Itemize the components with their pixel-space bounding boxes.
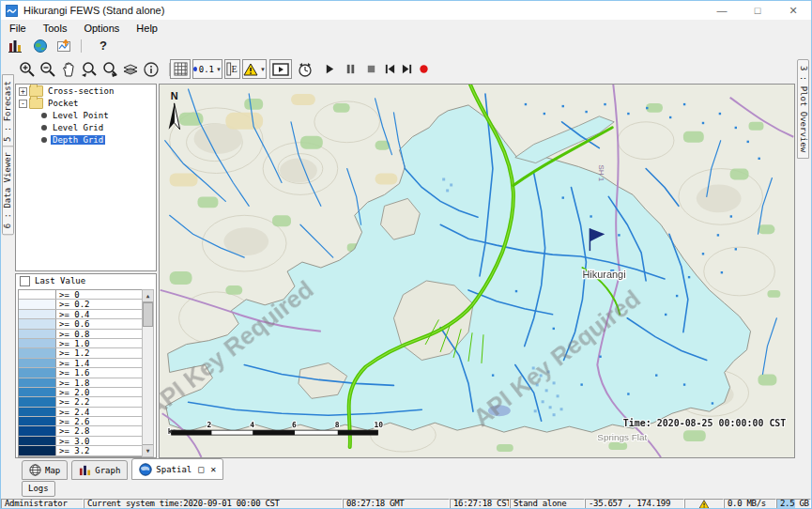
tree-item-depth-grid[interactable]: Depth Grid (16, 134, 156, 146)
legend-swatch (19, 378, 56, 387)
scroll-thumb[interactable] (143, 302, 153, 327)
menu-options[interactable]: Options (75, 23, 128, 34)
layers-tree: + Cross-section - Pocket Level Point Lev… (15, 84, 157, 271)
svg-text:2: 2 (207, 421, 211, 429)
stop-icon[interactable] (361, 60, 380, 78)
svg-text:N: N (171, 90, 178, 101)
collapse-icon[interactable]: - (19, 100, 27, 108)
animation-button[interactable] (269, 59, 292, 79)
legend-row: >= 1.8 (19, 378, 142, 388)
town-label: Hikurangi (582, 269, 625, 280)
thresholds-dropdown[interactable]: ▼ (242, 59, 267, 79)
tab-forecast[interactable]: 5 : Forecast (2, 74, 14, 148)
legend-swatch (19, 319, 56, 328)
skip-to-end-icon[interactable] (397, 60, 416, 78)
scroll-down-icon[interactable]: ▼ (143, 444, 153, 456)
legend-swatch (19, 397, 56, 406)
pan-hand-icon[interactable] (59, 60, 78, 78)
legend-scrollbar[interactable]: ▲ ▼ (142, 289, 154, 457)
menu-help[interactable]: Help (128, 23, 166, 34)
menu-file[interactable]: File (1, 23, 35, 34)
tab-spatial[interactable]: Spatial □ ✕ (131, 458, 223, 480)
legend-row: >= 2.0 (19, 388, 142, 397)
last-value-checkbox[interactable] (20, 276, 30, 286)
legend-row: >= 0.8 (19, 330, 142, 339)
status-memory: 2.5 GB (776, 499, 811, 509)
zoom-out-icon[interactable] (38, 60, 57, 78)
tree-item-level-grid[interactable]: Level Grid (16, 122, 156, 133)
tab-spatial-label: Spatial (156, 465, 192, 474)
info-icon[interactable] (142, 60, 161, 78)
last-value-option[interactable]: Last Value (16, 274, 156, 287)
map-toolbar: 0.1 ▼ E ▼ (1, 54, 811, 85)
play-icon[interactable] (320, 60, 339, 78)
legend-swatch (19, 330, 56, 338)
zoom-previous-icon[interactable] (80, 60, 99, 78)
application-window: Hikurangi FEWS (Stand alone) — □ ✕ File … (0, 0, 812, 509)
main-toolbar: ? (1, 37, 811, 55)
legend-swatch (19, 339, 56, 347)
legend-swatch (19, 290, 56, 299)
status-gmt-time: 08:27:18 GMT (343, 499, 450, 509)
logs-button[interactable]: Logs (22, 481, 55, 497)
tab-data-viewer[interactable]: 6 : Data Viewer (2, 146, 14, 235)
tab-graph-label: Graph (95, 466, 120, 475)
import-timeseries-icon[interactable] (55, 39, 74, 54)
label-toggle-button[interactable]: E (224, 59, 240, 79)
map-view[interactable]: N API Key Required API Key Required SH 1… (159, 84, 795, 458)
close-button[interactable]: ✕ (775, 1, 811, 20)
record-icon[interactable] (414, 60, 433, 78)
legend-swatch (19, 359, 56, 367)
layer-bullet-icon (41, 113, 47, 118)
status-warning[interactable] (684, 499, 724, 509)
legend-swatch (19, 300, 56, 308)
legend-row: >= 0.4 (19, 310, 142, 319)
classbreaks-dropdown[interactable]: 0.1 ▼ (192, 59, 222, 79)
legend-swatch (19, 437, 56, 445)
legend-swatch (19, 446, 56, 455)
last-value-label: Last Value (35, 276, 85, 285)
legend-row: >= 0.6 (19, 319, 142, 329)
grid-display-button[interactable] (170, 59, 191, 79)
title-bar: Hikurangi FEWS (Stand alone) — □ ✕ (1, 1, 811, 21)
window-title: Hikurangi FEWS (Stand alone) (23, 5, 164, 16)
right-tab-strip: 3 : Plot Overview (795, 54, 811, 458)
warning-icon (698, 500, 710, 509)
scroll-up-icon[interactable]: ▲ (143, 290, 153, 302)
time-step-icon[interactable] (296, 60, 314, 78)
tab-plot-overview[interactable]: 3 : Plot Overview (797, 59, 809, 159)
skip-to-start-icon[interactable] (380, 60, 399, 78)
tab-graph[interactable]: Graph (71, 460, 128, 480)
zoom-next-icon[interactable] (100, 60, 119, 78)
minimize-button[interactable]: — (704, 1, 740, 20)
expand-icon[interactable]: + (19, 87, 27, 96)
legend-row: >= 3.0 (19, 437, 142, 446)
status-transfer-rate: 0.0 MB/s (724, 499, 776, 509)
svg-text:8: 8 (335, 421, 340, 429)
pause-icon[interactable] (341, 60, 360, 78)
classbreak-value: 0.1 (199, 65, 214, 74)
close-tab-icon[interactable]: ✕ (210, 464, 216, 474)
road-label: SH 1 (597, 165, 605, 182)
layers-icon[interactable] (121, 60, 140, 78)
menu-tools[interactable]: Tools (35, 23, 76, 34)
legend-row: >= 0.2 (19, 300, 142, 309)
globe-icon[interactable] (31, 39, 50, 54)
tree-item-pocket[interactable]: - Pocket (16, 98, 156, 109)
undock-tab-icon[interactable]: □ (198, 464, 204, 474)
legend-row: >= 1.0 (19, 339, 142, 348)
bar-chart-icon (79, 464, 91, 476)
help-icon[interactable]: ? (94, 39, 113, 54)
legend-swatch (19, 417, 56, 425)
database-chart-icon[interactable] (7, 39, 25, 54)
maximize-button[interactable]: □ (740, 1, 775, 20)
blue-globe-icon (139, 463, 152, 476)
zoom-in-icon[interactable] (18, 60, 37, 78)
tab-map-label: Map (45, 466, 60, 475)
map-canvas[interactable]: N API Key Required API Key Required SH 1… (160, 85, 794, 457)
tree-item-level-point[interactable]: Level Point (16, 110, 156, 121)
tab-map[interactable]: Map (22, 460, 68, 480)
legend-panel: Last Value >= 0 >= 0.2 >= 0.4 >= 0.6 >= … (15, 273, 157, 458)
legend-row: >= 1.4 (19, 359, 142, 368)
layer-bullet-icon (41, 137, 47, 143)
